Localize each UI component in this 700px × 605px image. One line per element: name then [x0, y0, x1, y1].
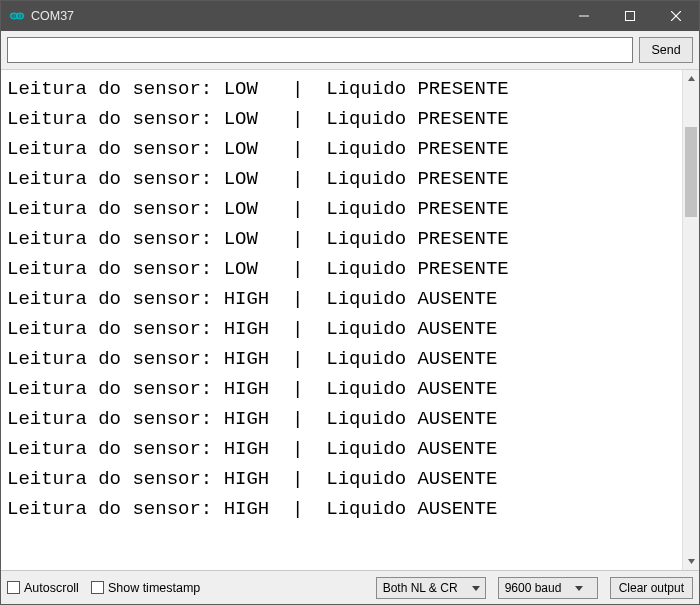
arduino-icon: [9, 8, 25, 24]
checkbox-box: [91, 581, 104, 594]
checkbox-box: [7, 581, 20, 594]
line-ending-value: Both NL & CR: [383, 581, 458, 595]
svg-marker-10: [688, 559, 695, 564]
chevron-down-icon: [472, 581, 480, 595]
serial-monitor-window: COM37 Send Leitura do sensor: LOW | Liqu…: [0, 0, 700, 605]
clear-output-button[interactable]: Clear output: [610, 577, 693, 599]
bottom-bar: Autoscroll Show timestamp Both NL & CR 9…: [1, 570, 699, 604]
send-button[interactable]: Send: [639, 37, 693, 63]
maximize-button[interactable]: [607, 1, 653, 31]
svg-marker-9: [688, 76, 695, 81]
autoscroll-checkbox[interactable]: Autoscroll: [7, 581, 79, 595]
svg-marker-11: [472, 586, 480, 591]
show-timestamp-checkbox[interactable]: Show timestamp: [91, 581, 200, 595]
scrollbar-vertical[interactable]: [682, 70, 699, 570]
titlebar[interactable]: COM37: [1, 1, 699, 31]
send-input[interactable]: [7, 37, 633, 63]
chevron-down-icon: [575, 581, 583, 595]
output-area: Leitura do sensor: LOW | Liquido PRESENT…: [1, 70, 699, 570]
send-button-label: Send: [651, 43, 680, 57]
baud-value: 9600 baud: [505, 581, 562, 595]
show-timestamp-label: Show timestamp: [108, 581, 200, 595]
svg-rect-6: [626, 12, 635, 21]
autoscroll-label: Autoscroll: [24, 581, 79, 595]
scroll-up-button[interactable]: [683, 70, 699, 87]
minimize-button[interactable]: [561, 1, 607, 31]
svg-marker-12: [575, 586, 583, 591]
baud-select[interactable]: 9600 baud: [498, 577, 598, 599]
clear-output-label: Clear output: [619, 581, 684, 595]
window-title: COM37: [31, 9, 561, 23]
send-row: Send: [1, 31, 699, 70]
scroll-track[interactable]: [683, 87, 699, 553]
scroll-thumb[interactable]: [685, 127, 697, 217]
close-button[interactable]: [653, 1, 699, 31]
serial-output[interactable]: Leitura do sensor: LOW | Liquido PRESENT…: [1, 70, 682, 570]
line-ending-select[interactable]: Both NL & CR: [376, 577, 486, 599]
window-controls: [561, 1, 699, 31]
scroll-down-button[interactable]: [683, 553, 699, 570]
